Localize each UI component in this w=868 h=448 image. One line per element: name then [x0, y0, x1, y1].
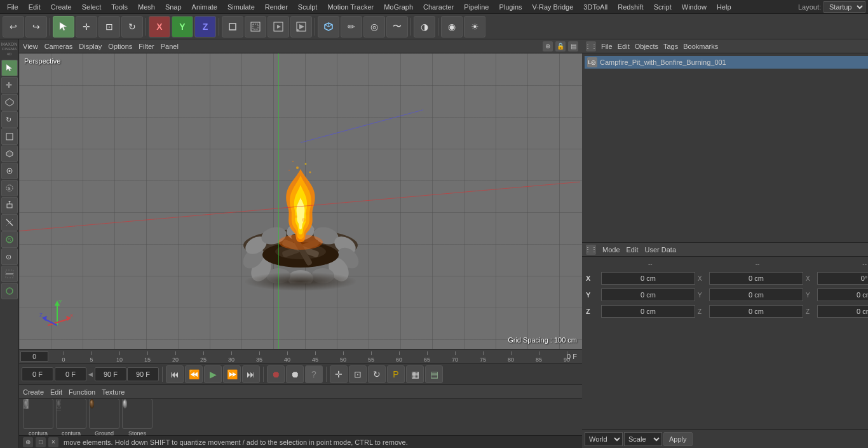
- attr-z-rot-input[interactable]: [709, 305, 803, 318]
- status-icon-display[interactable]: ⊕: [23, 437, 33, 447]
- objects-menu-bookmarks[interactable]: Bookmarks: [683, 43, 718, 50]
- tool-select[interactable]: [1, 60, 18, 76]
- move-tool-button[interactable]: ✛: [76, 16, 97, 37]
- current-frame-input[interactable]: [22, 367, 53, 381]
- attr-x-rot-input[interactable]: [709, 272, 803, 285]
- tool-magnet[interactable]: ⊙: [1, 248, 18, 265]
- coord-scale-dropdown[interactable]: Scale: [624, 432, 662, 446]
- menu-motion-tracker[interactable]: Motion Tracker: [323, 2, 378, 12]
- viewport-menu-filter[interactable]: Filter: [139, 43, 154, 50]
- menu-select[interactable]: Select: [78, 2, 106, 12]
- material-menu-edit[interactable]: Edit: [50, 388, 62, 396]
- tool-paint[interactable]: S: [1, 231, 18, 248]
- objects-menu-objects[interactable]: Objects: [635, 43, 658, 50]
- viewport-menu-panel[interactable]: Panel: [161, 43, 179, 50]
- menu-redshift[interactable]: Redshift: [613, 2, 648, 12]
- end-frame-input[interactable]: [95, 367, 126, 381]
- undo-button[interactable]: ↩: [3, 16, 24, 37]
- start-frame-input[interactable]: [55, 367, 86, 381]
- timeline[interactable]: 0 0 5 10 15 20 25 30 35 40 45 50: [19, 349, 582, 363]
- menu-pipeline[interactable]: Pipeline: [459, 2, 493, 12]
- attr-z-scale-input[interactable]: [817, 305, 868, 318]
- tool-live-sel[interactable]: S: [1, 180, 18, 196]
- material-swatch-1[interactable]: contura: [56, 399, 86, 435]
- viewport-menu-cameras[interactable]: Cameras: [44, 43, 73, 50]
- tool-move[interactable]: ✛: [1, 77, 18, 93]
- menu-simulate[interactable]: Simulate: [223, 2, 259, 12]
- status-icon-window[interactable]: □: [36, 437, 46, 447]
- tool-snapping[interactable]: [1, 266, 18, 282]
- viewport-icon-panel[interactable]: ▤: [568, 41, 578, 51]
- rotate-tool-2-button[interactable]: ↻: [368, 365, 386, 383]
- attr-z-pos-input[interactable]: [601, 305, 695, 318]
- menu-sculpt[interactable]: Sculpt: [294, 2, 322, 12]
- select-all-button[interactable]: ◎: [363, 16, 385, 37]
- attr-x-scale-input[interactable]: [817, 272, 868, 285]
- material-swatch-2[interactable]: Ground: [89, 399, 119, 435]
- menu-plugins[interactable]: Plugins: [494, 2, 526, 12]
- coord-apply-button[interactable]: Apply: [663, 432, 693, 446]
- material-swatch-0[interactable]: contura: [23, 399, 53, 435]
- grid-button[interactable]: ▦: [406, 365, 424, 383]
- objects-menu-file[interactable]: File: [601, 43, 613, 50]
- menu-snap[interactable]: Snap: [161, 2, 186, 12]
- tool-edge[interactable]: [1, 146, 18, 162]
- status-icon-close[interactable]: ×: [48, 437, 58, 447]
- viewport-menu-display[interactable]: Display: [79, 43, 102, 50]
- tool-knife[interactable]: [1, 214, 18, 231]
- cube-button[interactable]: [318, 16, 339, 37]
- render-view-button[interactable]: ▤: [425, 365, 443, 383]
- object-tool-button[interactable]: [222, 16, 243, 37]
- select-tool-button[interactable]: [53, 16, 74, 37]
- scale-tool-button[interactable]: ⊡: [98, 16, 120, 37]
- material-menu-create[interactable]: Create: [23, 388, 44, 396]
- smooth-button[interactable]: ◑: [414, 16, 435, 37]
- objects-menu-edit[interactable]: Edit: [618, 43, 630, 50]
- pen-tool-button[interactable]: ✏: [341, 16, 362, 37]
- material-menu-function[interactable]: Function: [69, 388, 95, 396]
- camera-button[interactable]: ◉: [441, 16, 463, 37]
- next-frame-button[interactable]: ⏩: [223, 365, 241, 383]
- axis-x-button[interactable]: X: [149, 16, 170, 37]
- attr-y-scale-input[interactable]: [817, 288, 868, 301]
- menu-vray[interactable]: V-Ray Bridge: [528, 2, 578, 12]
- interactive-render-button[interactable]: [268, 16, 289, 37]
- record-button[interactable]: ⏺: [267, 365, 285, 383]
- attr-menu-mode[interactable]: Mode: [602, 246, 620, 254]
- tool-rotate[interactable]: ↻: [1, 111, 18, 128]
- menu-animate[interactable]: Animate: [187, 2, 222, 12]
- prev-frame-button[interactable]: ⏪: [185, 365, 203, 383]
- end-frame-input2[interactable]: [127, 367, 159, 381]
- menu-render[interactable]: Render: [261, 2, 292, 12]
- auto-keyframe-button[interactable]: ⏺: [286, 365, 304, 383]
- axis-y-button[interactable]: Y: [172, 16, 193, 37]
- objects-menu-tags[interactable]: Tags: [663, 43, 678, 50]
- menu-help[interactable]: Help: [712, 2, 736, 12]
- axis-z-button[interactable]: Z: [194, 16, 216, 37]
- light-button[interactable]: ☀: [464, 16, 485, 37]
- layout-select[interactable]: Startup: [824, 1, 865, 13]
- menu-mograph[interactable]: MoGraph: [379, 2, 417, 12]
- attr-x-pos-input[interactable]: [601, 272, 695, 285]
- move-tool-2-button[interactable]: ✛: [330, 365, 348, 383]
- tool-polygon[interactable]: [1, 94, 18, 111]
- material-swatch-3[interactable]: Stones: [122, 399, 153, 435]
- menu-window[interactable]: Window: [677, 2, 711, 12]
- attr-menu-user-data[interactable]: User Data: [645, 246, 677, 254]
- menu-edit[interactable]: Edit: [24, 2, 45, 12]
- menu-character[interactable]: Character: [419, 2, 458, 12]
- tool-scale2[interactable]: [1, 128, 18, 145]
- attr-menu-edit[interactable]: Edit: [627, 246, 639, 254]
- menu-tools[interactable]: Tools: [107, 2, 132, 12]
- tool-extrude[interactable]: [1, 197, 18, 214]
- viewport-icon-arrows[interactable]: ⊕: [543, 41, 553, 51]
- menu-3dtoall[interactable]: 3DToAll: [579, 2, 612, 12]
- render-button[interactable]: ▶: [290, 16, 312, 37]
- redo-button[interactable]: ↪: [25, 16, 47, 37]
- keyframe-button[interactable]: P: [387, 365, 405, 383]
- material-menu-texture[interactable]: Texture: [102, 388, 125, 396]
- goto-end-button[interactable]: ⏭: [242, 365, 260, 383]
- render-region-button[interactable]: [245, 16, 266, 37]
- object-row-campfire[interactable]: L◎ Campfire_Pit_with_Bonfire_Burning_001: [585, 56, 868, 69]
- scale-tool-2-button[interactable]: ⊡: [349, 365, 367, 383]
